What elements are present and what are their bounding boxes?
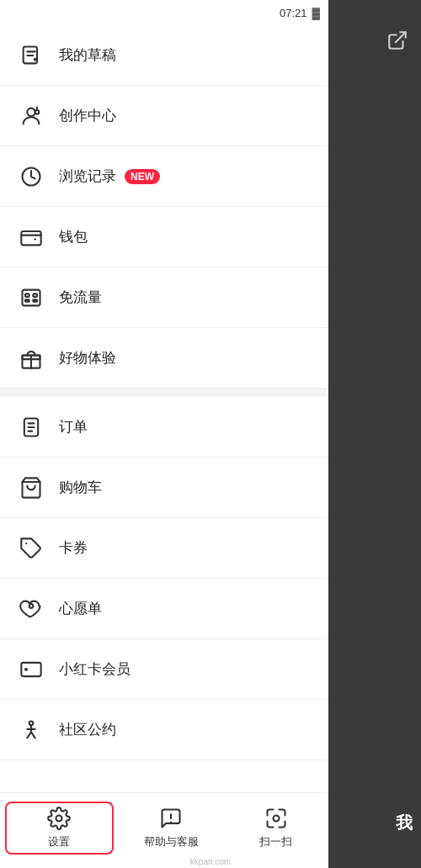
menu-label-free-flow: 免流量 — [59, 288, 102, 307]
svg-text:R: R — [24, 667, 28, 672]
cart-icon — [17, 474, 45, 502]
menu-label-community: 社区公约 — [59, 720, 116, 739]
new-badge: NEW — [125, 169, 160, 184]
menu-label-cart: 购物车 — [59, 478, 102, 497]
wallet-icon — [17, 223, 45, 251]
status-bar: 07:21 ▓ — [0, 0, 328, 25]
svg-rect-7 — [21, 231, 40, 245]
bottom-btn-settings[interactable]: 设置 — [5, 802, 114, 855]
scan-icon — [264, 807, 288, 830]
battery-time: 07:21 — [280, 7, 307, 19]
svg-point-30 — [56, 816, 62, 822]
side-tab-label: 我 — [396, 812, 413, 834]
battery-icon: ▓ — [312, 7, 320, 19]
menu-item-order[interactable]: 订单 — [0, 397, 328, 458]
svg-rect-8 — [23, 289, 40, 305]
menu-label-order: 订单 — [59, 417, 88, 437]
menu-item-good-experience[interactable]: 好物体验 — [0, 328, 328, 389]
svg-point-3 — [27, 108, 35, 115]
share-icon — [386, 29, 408, 51]
menu-divider — [0, 389, 328, 397]
svg-line-28 — [31, 732, 35, 738]
menu-list: 我的草稿 创作中心 浏览记录NEW 钱包 免流量 好物体验 — [0, 25, 328, 792]
settings-icon — [47, 807, 71, 830]
community-icon — [17, 716, 45, 744]
svg-rect-9 — [25, 294, 29, 297]
bottom-btn-scan[interactable]: 扫一扫 — [223, 803, 328, 853]
menu-item-creation[interactable]: 创作中心 — [0, 86, 328, 146]
menu-item-wishlist[interactable]: 心愿单 — [0, 579, 328, 639]
menu-item-cart[interactable]: 购物车 — [0, 458, 328, 518]
menu-label-wishlist: 心愿单 — [59, 599, 102, 618]
side-panel: 我 — [328, 0, 421, 868]
history-icon — [17, 162, 45, 191]
menu-label-member: 小红卡会员 — [59, 659, 131, 679]
menu-item-wallet[interactable]: 钱包 — [0, 207, 328, 267]
bottom-bar: 设置 帮助与客服 扫一扫 — [0, 792, 328, 868]
side-tab[interactable]: 我 — [396, 812, 413, 834]
bottom-btn-label-settings: 设置 — [48, 834, 70, 849]
order-icon — [17, 413, 45, 442]
creation-icon — [17, 102, 45, 130]
member-icon: R — [17, 655, 45, 684]
main-panel: 07:21 ▓ 我的草稿 创作中心 浏览记录NEW 钱包 免流量 — [0, 0, 328, 868]
menu-item-free-flow[interactable]: 免流量 — [0, 267, 328, 328]
menu-item-member[interactable]: R 小红卡会员 — [0, 639, 328, 700]
menu-label-good-experience: 好物体验 — [59, 348, 116, 368]
bottom-btn-help[interactable]: 帮助与客服 — [119, 803, 224, 853]
bottom-btn-label-scan: 扫一扫 — [259, 834, 292, 849]
menu-label-draft: 我的草稿 — [59, 45, 116, 65]
svg-point-21 — [29, 604, 34, 608]
svg-rect-11 — [33, 294, 37, 297]
freeflow-icon — [17, 283, 45, 312]
bottom-btn-label-help: 帮助与客服 — [144, 834, 199, 849]
menu-item-community[interactable]: 社区公约 — [0, 700, 328, 760]
svg-line-34 — [396, 32, 406, 42]
draft-icon — [17, 41, 45, 70]
share-icon-wrap[interactable] — [382, 25, 413, 56]
menu-label-wallet: 钱包 — [59, 227, 88, 246]
menu-label-coupon: 卡券 — [59, 538, 88, 558]
menu-item-draft[interactable]: 我的草稿 — [0, 25, 328, 86]
svg-rect-10 — [25, 299, 29, 301]
menu-label-creation: 创作中心 — [59, 106, 116, 125]
menu-item-coupon[interactable]: 卡券 — [0, 518, 328, 579]
menu-item-history[interactable]: 浏览记录NEW — [0, 146, 328, 207]
wishlist-icon — [17, 595, 45, 623]
svg-point-4 — [35, 110, 40, 114]
watermark: kkpan.com — [190, 857, 231, 866]
svg-line-27 — [27, 732, 31, 738]
gift-icon — [17, 344, 45, 373]
coupon-icon — [17, 534, 45, 563]
svg-rect-12 — [33, 299, 37, 301]
svg-point-33 — [273, 816, 279, 822]
help-icon — [159, 807, 183, 830]
menu-label-history: 浏览记录 — [59, 167, 116, 186]
